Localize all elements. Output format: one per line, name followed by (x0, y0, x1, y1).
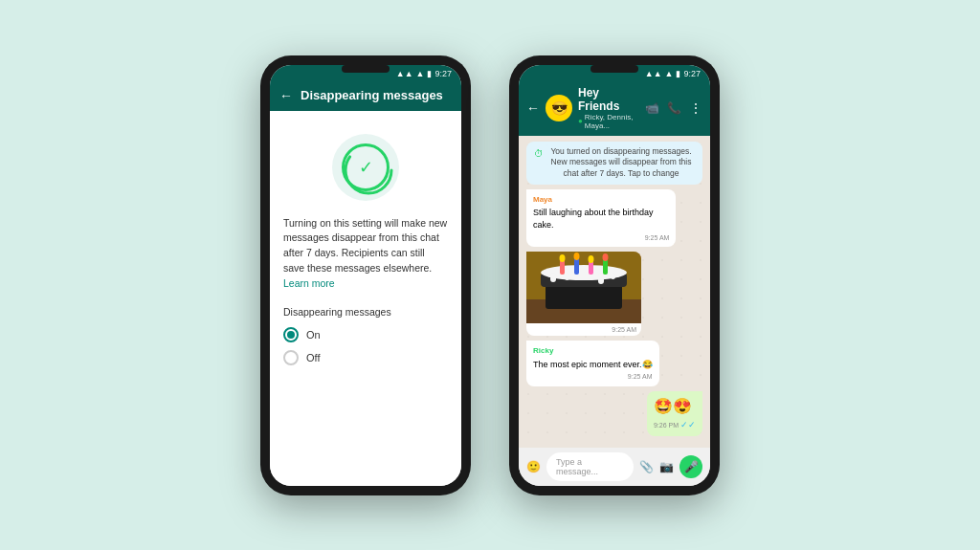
chat-header-icons: 📹 📞 ⋮ (645, 100, 702, 116)
timer-inner: ✓ (342, 143, 390, 191)
signal-icon-2: ▲▲ (645, 69, 662, 78)
chat-body: ⏱ You turned on disappearing messages. N… (519, 136, 710, 448)
input-icons-right: 📎 📷 (639, 460, 674, 473)
battery-icon-2: ▮ (676, 69, 680, 78)
svg-point-17 (603, 253, 609, 261)
svg-rect-6 (550, 273, 556, 282)
sent-time: 9:26 PM ✓✓ (654, 419, 696, 431)
read-receipt: ✓✓ (680, 419, 696, 431)
message-placeholder: Type a message... (556, 457, 598, 476)
timer-arc (342, 143, 395, 197)
system-message[interactable]: ⏱ You turned on disappearing messages. N… (526, 142, 702, 186)
svg-rect-9 (611, 273, 615, 279)
attach-icon[interactable]: 📎 (639, 460, 654, 473)
radio-on[interactable] (283, 327, 299, 342)
mic-button[interactable]: 🎤 (679, 455, 702, 478)
emoji-icon[interactable]: 🙂 (526, 460, 541, 473)
sent-emoji: 🤩😍 (654, 396, 696, 417)
chat-avatar: 😎 (546, 95, 572, 121)
message-time-ricky: 9:25 AM (533, 372, 653, 382)
radio-off-label: Off (306, 352, 320, 363)
svg-rect-7 (565, 273, 569, 280)
image-time: 9:25 AM (526, 323, 641, 336)
chat-back-button[interactable]: ← (526, 100, 540, 116)
option-on[interactable]: On (283, 327, 321, 342)
chat-name: Hey Friends (578, 86, 639, 113)
message-input[interactable]: Type a message... (546, 452, 634, 481)
chat-header: ← 😎 Hey Friends ● Ricky, Dennis, Maya...… (519, 80, 710, 136)
signal-icon: ▲▲ (396, 69, 413, 78)
chat-subtitle: ● Ricky, Dennis, Maya... (578, 113, 639, 130)
back-button[interactable]: ← (279, 88, 293, 103)
page-title: Disappearing messages (301, 88, 443, 102)
cake-svg (526, 252, 641, 323)
svg-point-11 (560, 254, 566, 262)
mic-icon: 🎤 (684, 460, 699, 473)
timer-icon-container: ✓ (332, 134, 399, 201)
radio-off[interactable] (283, 350, 299, 365)
battery-icon: ▮ (427, 69, 432, 78)
status-time-2: 9:27 (683, 69, 701, 78)
message-text-ricky: The most epic moment ever.😂 (533, 359, 653, 371)
input-icons-left: 🙂 (526, 460, 541, 473)
sender-maya: Maya (533, 194, 669, 205)
message-ricky: Ricky The most epic moment ever.😂 9:25 A… (526, 341, 659, 386)
status-time: 9:27 (434, 69, 452, 78)
svg-rect-8 (598, 273, 604, 284)
chat-input-bar: 🙂 Type a message... 📎 📷 🎤 (519, 448, 710, 486)
phone-notch (342, 65, 390, 73)
message-sent-emoji: 🤩😍 9:26 PM ✓✓ (647, 391, 702, 436)
svg-point-15 (589, 255, 594, 263)
camera-icon[interactable]: 📷 (659, 460, 674, 473)
svg-point-0 (345, 147, 391, 193)
wifi-icon-2: ▲ (665, 69, 674, 78)
phones-container: ▲▲ ▲ ▮ 9:27 ← Disappearing messages (260, 55, 720, 495)
system-msg-icon: ⏱ (534, 147, 544, 161)
message-time-maya: 9:25 AM (533, 233, 669, 243)
wifi-icon: ▲ (416, 69, 425, 78)
video-icon[interactable]: 📹 (645, 101, 659, 115)
message-maya: Maya Still laughing about the birthday c… (526, 189, 676, 247)
description-text: Turning on this setting will make new me… (283, 216, 448, 292)
message-text-maya: Still laughing about the birthday cake. (533, 207, 669, 231)
radio-on-label: On (306, 329, 321, 341)
phone-notch-2 (590, 65, 638, 73)
phone-icon[interactable]: 📞 (667, 101, 681, 115)
option-off[interactable]: Off (283, 350, 320, 365)
settings-header: ← Disappearing messages (270, 80, 461, 111)
learn-more-link[interactable]: Learn more (283, 277, 335, 289)
phone-screen: ▲▲ ▲ ▮ 9:27 ← Disappearing messages (270, 65, 461, 486)
image-bubble[interactable]: 9:25 AM (526, 252, 641, 336)
phone-screen-2: ▲▲ ▲ ▮ 9:27 ← 😎 Hey Friends ● Ricky, Den… (519, 65, 710, 486)
phone-chat: ▲▲ ▲ ▮ 9:27 ← 😎 Hey Friends ● Ricky, Den… (509, 55, 720, 495)
settings-body: ✓ Turning on this setting will make new … (270, 111, 461, 486)
status-icons-2: ▲▲ ▲ ▮ 9:27 (645, 69, 701, 78)
section-label: Disappearing messages (283, 306, 391, 318)
more-icon[interactable]: ⋮ (689, 100, 702, 116)
chat-info[interactable]: Hey Friends ● Ricky, Dennis, Maya... (578, 86, 639, 130)
phone-settings: ▲▲ ▲ ▮ 9:27 ← Disappearing messages (260, 55, 471, 495)
sender-ricky: Ricky (533, 345, 653, 356)
cake-image (526, 252, 641, 323)
status-icons: ▲▲ ▲ ▮ 9:27 (396, 69, 452, 78)
svg-point-13 (574, 253, 580, 260)
